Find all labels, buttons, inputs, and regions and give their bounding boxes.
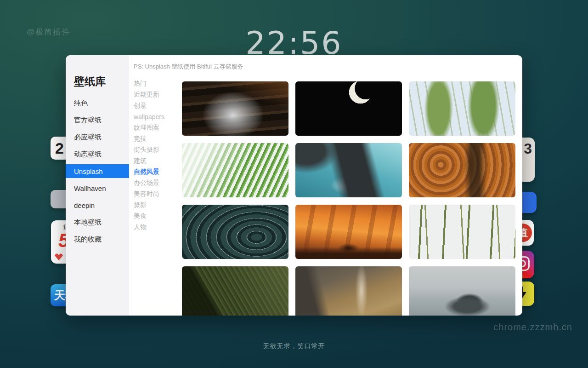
source-list: 纯色 官方壁纸 必应壁纸 动态壁纸 Unsplash [66, 96, 129, 246]
sidebar-item-label: 纯色 [74, 99, 88, 108]
category-item[interactable]: 摄影 [134, 200, 164, 211]
sidebar-item-label: 我的收藏 [74, 235, 102, 244]
wallpaper-thumbnail-mountain-trail[interactable] [295, 266, 402, 316]
sidebar-item-label: 本地壁纸 [74, 218, 102, 227]
category-label: 街头摄影 [134, 146, 159, 154]
wallpaper-thumbnail-green-stems[interactable] [409, 205, 515, 259]
sidebar-item-source[interactable]: Unsplash [66, 164, 129, 178]
category-label: 人物 [134, 223, 147, 231]
category-label: 纹理图案 [134, 124, 159, 132]
wallpaper-thumbnail-rocky-waterfall[interactable] [182, 81, 288, 136]
category-item[interactable]: 创意 [134, 100, 164, 111]
category-item[interactable]: 纹理图案 [134, 122, 164, 133]
heart-icon [55, 253, 63, 260]
category-item[interactable]: 美食 [134, 211, 164, 222]
category-label: 热门 [134, 80, 147, 88]
wallpaper-library-modal: 壁纸库 纯色 官方壁纸 必应壁纸 动态壁纸 [66, 55, 522, 316]
wallpaper-thumbnail-sunset-sky[interactable] [295, 205, 402, 259]
wallpaper-thumbnail-palm-fronds[interactable] [182, 143, 288, 197]
motto-text: 无欲无求，笑口常开 [0, 342, 588, 351]
category-item[interactable]: 办公场景 [134, 178, 164, 189]
category-list: 热门 近期更新 创意 wallpapers 纹理图案 [134, 78, 164, 233]
category-label: 近期更新 [134, 91, 159, 99]
wallpaper-thumbnail-frosted-leaves[interactable] [182, 205, 288, 259]
sidebar-item-label: 动态壁纸 [74, 150, 102, 159]
sidebar-item-source[interactable]: 官方壁纸 [66, 113, 129, 127]
category-item[interactable]: 自然风景 [134, 167, 164, 178]
category-label: 办公场景 [134, 179, 159, 187]
category-item[interactable]: 美容时尚 [134, 189, 164, 200]
sidebar-item-source[interactable]: Wallhaven [66, 181, 129, 195]
sidebar-item-source[interactable]: 动态壁纸 [66, 147, 129, 161]
sidebar-item-label: Wallhaven [74, 184, 106, 192]
sidebar-item-label: Unsplash [74, 167, 103, 175]
site-url: chrome.zzzmh.cn [493, 322, 572, 333]
wallpaper-grid [182, 81, 515, 316]
calendar-digit: 2 [55, 139, 64, 157]
storage-note: PS: Unsplash 壁纸使用 Bitiful 云存储服务 [134, 63, 243, 71]
sidebar-item-label: 必应壁纸 [74, 133, 102, 142]
modal-title: 壁纸库 [74, 75, 129, 89]
category-label: 美食 [134, 212, 147, 220]
sidebar-item-source[interactable]: 纯色 [66, 96, 129, 110]
wallpaper-thumbnail-coastal-waves[interactable] [295, 143, 402, 197]
category-label: 竞技 [134, 135, 147, 143]
wallpaper-thumbnail-foggy-sea-rocks[interactable] [409, 266, 515, 316]
category-label: wallpapers [134, 113, 164, 121]
category-item[interactable]: 热门 [134, 78, 164, 89]
category-item[interactable]: 建筑 [134, 155, 164, 167]
desktop: @极简插件 22:56 无欲无求，笑口常开 chrome.zzzmh.cn 2 … [0, 0, 588, 368]
sidebar-item-source[interactable]: deepin [66, 198, 129, 212]
category-label: 自然风景 [134, 168, 159, 176]
category-item[interactable]: 近期更新 [134, 89, 164, 100]
category-item[interactable]: 竞技 [134, 133, 164, 144]
wallpaper-sources-sidebar: 壁纸库 纯色 官方壁纸 必应壁纸 动态壁纸 [66, 55, 129, 316]
sidebar-item-source[interactable]: 我的收藏 [66, 232, 129, 246]
sidebar-item-label: 官方壁纸 [74, 116, 102, 125]
wallpaper-thumbnail-cactus-branches[interactable] [409, 81, 515, 136]
wallpaper-thumbnail-orange-lichen[interactable] [409, 143, 515, 197]
category-label: 建筑 [134, 157, 147, 165]
date-widget-digit: 3 [524, 140, 532, 157]
sidebar-item-source[interactable]: 必应壁纸 [66, 130, 129, 144]
category-label: 创意 [134, 102, 147, 110]
category-item[interactable]: 人物 [134, 222, 164, 233]
category-item[interactable]: 街头摄影 [134, 144, 164, 155]
category-item[interactable]: wallpapers [134, 111, 164, 122]
category-label: 摄影 [134, 201, 147, 209]
wallpaper-thumbnail-crescent-moon[interactable] [295, 81, 402, 136]
category-label: 美容时尚 [134, 190, 159, 198]
sidebar-item-label: deepin [74, 201, 95, 209]
sidebar-item-source[interactable]: 本地壁纸 [66, 215, 129, 229]
modal-content: PS: Unsplash 壁纸使用 Bitiful 云存储服务 热门 近期更新 … [129, 55, 522, 316]
wallpaper-thumbnail-banana-leaf[interactable] [182, 266, 288, 316]
